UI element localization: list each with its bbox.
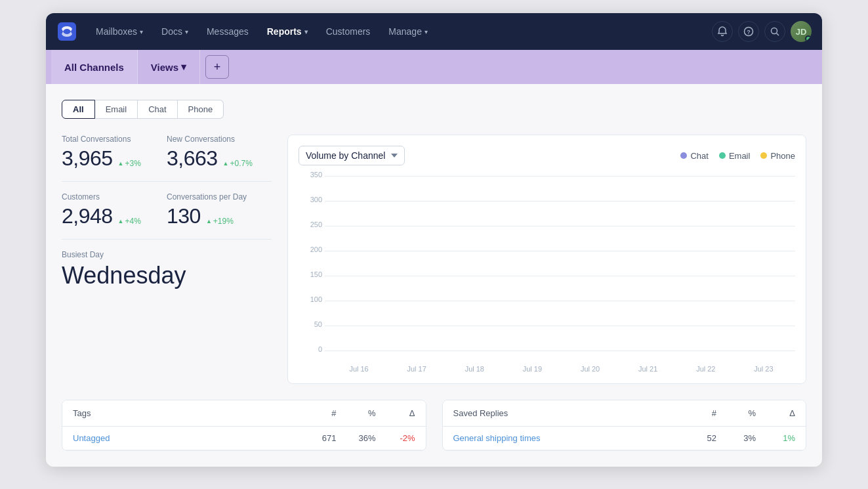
chart-header: Volume by Channel Volume by Tag Volume b… — [299, 146, 795, 165]
main-content: All Email Chat Phone Total Conversations — [46, 84, 822, 467]
legend-chat-dot — [680, 152, 687, 159]
nav-messages[interactable]: Messages — [199, 22, 257, 41]
filter-tab-chat[interactable]: Chat — [138, 100, 177, 119]
stat-row-2: Customers 2,948 +4% Conversations per Da… — [62, 182, 272, 240]
bar-chart: 350300250200150100500Jul 16Jul 17Jul 18J… — [299, 176, 795, 373]
chart-type-select[interactable]: Volume by Channel Volume by Tag Volume b… — [299, 146, 405, 165]
tag-untagged-link[interactable]: Untagged — [73, 433, 297, 443]
stat-customers: Customers 2,948 +4% — [62, 192, 167, 228]
app-container: Mailboxes ▾ Docs ▾ Messages Reports ▾ Cu… — [46, 13, 822, 467]
channel-bar: All Channels Views ▾ + — [46, 50, 822, 84]
nav-docs[interactable]: Docs ▾ — [154, 22, 196, 41]
x-axis-label: Jul 23 — [751, 365, 776, 373]
legend-email: Email — [719, 151, 751, 161]
chevron-down-icon: ▾ — [185, 28, 188, 35]
channel-tab-views[interactable]: Views ▾ — [138, 50, 200, 84]
nav-customers[interactable]: Customers — [318, 22, 379, 41]
avatar[interactable]: JD — [791, 21, 812, 42]
saved-replies-table: Saved Replies # % Δ General shipping tim… — [442, 400, 807, 451]
legend-phone: Phone — [760, 151, 795, 161]
notification-button[interactable] — [712, 21, 733, 42]
chart-legend: Chat Email Phone — [680, 151, 795, 161]
chevron-down-icon: ▾ — [140, 28, 143, 35]
stat-row-1: Total Conversations 3,965 +3% New Conver… — [62, 135, 272, 182]
legend-email-dot — [719, 152, 726, 159]
nav-manage[interactable]: Manage ▾ — [381, 22, 436, 41]
legend-phone-dot — [760, 152, 767, 159]
search-button[interactable] — [764, 21, 785, 42]
svg-text:?: ? — [747, 29, 751, 35]
top-nav: Mailboxes ▾ Docs ▾ Messages Reports ▾ Cu… — [46, 13, 822, 50]
nav-icons: ? JD — [712, 21, 812, 42]
chevron-down-icon: ▾ — [181, 61, 186, 73]
filter-tab-phone[interactable]: Phone — [178, 100, 224, 119]
add-channel-button[interactable]: + — [205, 55, 229, 79]
table-row: Untagged 671 36% -2% — [62, 427, 426, 450]
stats-chart-row: Total Conversations 3,965 +3% New Conver… — [62, 135, 806, 384]
stats-panel: Total Conversations 3,965 +3% New Conver… — [62, 135, 272, 384]
x-axis-label: Jul 20 — [578, 365, 603, 373]
svg-rect-0 — [58, 22, 76, 41]
x-axis-label: Jul 22 — [693, 365, 718, 373]
help-button[interactable]: ? — [738, 21, 759, 42]
logo[interactable] — [56, 21, 77, 42]
chevron-down-icon: ▾ — [424, 28, 428, 35]
filter-tabs: All Email Chat Phone — [62, 100, 806, 119]
filter-tab-email[interactable]: Email — [95, 100, 138, 119]
table-row: General shipping times 52 3% 1% — [443, 427, 806, 450]
stat-new-conversations: New Conversations 3,663 +0.7% — [167, 135, 272, 171]
x-axis-label: Jul 21 — [636, 365, 661, 373]
busiest-day-section: Busiest Day Wednesday — [62, 240, 272, 289]
svg-line-4 — [777, 33, 779, 36]
x-axis-label: Jul 17 — [404, 365, 429, 373]
stat-conversations-per-day: Conversations per Day 130 +19% — [167, 192, 272, 228]
x-axis-label: Jul 16 — [346, 365, 371, 373]
channel-tab-all[interactable]: All Channels — [51, 50, 138, 84]
nav-reports[interactable]: Reports ▾ — [259, 22, 316, 41]
svg-point-3 — [772, 28, 777, 34]
bottom-tables: Tags # % Δ Untagged 671 36% -2% Saved Re… — [62, 400, 806, 451]
stat-total-conversations: Total Conversations 3,965 +3% — [62, 135, 167, 171]
avatar-online-dot — [805, 35, 812, 42]
x-axis-label: Jul 19 — [520, 365, 545, 373]
filter-tab-all[interactable]: All — [62, 100, 95, 119]
saved-replies-table-header: Saved Replies # % Δ — [443, 400, 806, 427]
tags-table: Tags # % Δ Untagged 671 36% -2% — [62, 400, 426, 451]
tags-table-header: Tags # % Δ — [62, 400, 426, 427]
saved-reply-general-shipping-link[interactable]: General shipping times — [453, 433, 678, 443]
chevron-down-icon: ▾ — [304, 28, 308, 35]
x-axis-label: Jul 18 — [462, 365, 487, 373]
legend-chat: Chat — [680, 151, 708, 161]
nav-mailboxes[interactable]: Mailboxes ▾ — [88, 22, 151, 41]
chart-panel: Volume by Channel Volume by Tag Volume b… — [287, 135, 806, 384]
